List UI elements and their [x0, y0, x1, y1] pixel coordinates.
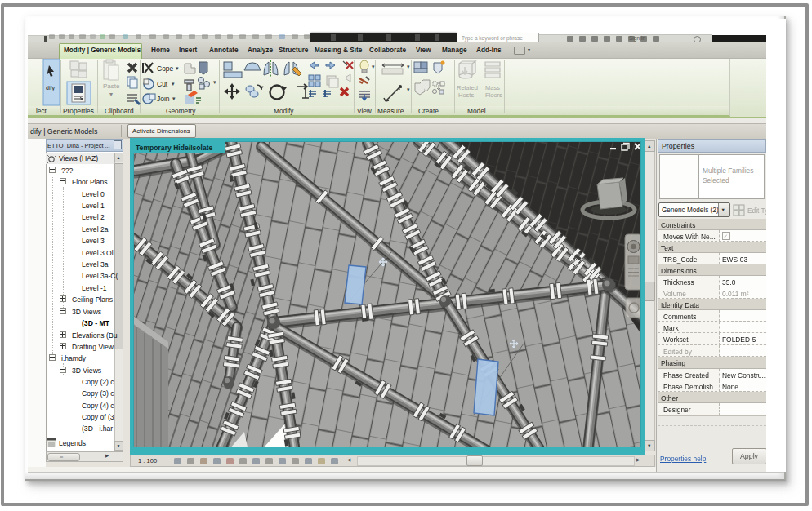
svg-text:Related: Related — [457, 84, 478, 91]
svg-text:▾: ▾ — [176, 65, 179, 71]
svg-text:▾: ▾ — [407, 87, 410, 92]
svg-text:Paste: Paste — [103, 82, 120, 90]
svg-text:Join: Join — [157, 95, 170, 103]
svg-text:Mass: Mass — [485, 84, 500, 91]
svg-text:▾: ▾ — [172, 96, 176, 101]
svg-text:Hosts: Hosts — [458, 91, 474, 99]
svg-text:Cut: Cut — [157, 80, 168, 88]
svg-text:▾: ▾ — [109, 91, 113, 98]
svg-text:Temporary Hide/Isolate: Temporary Hide/Isolate — [136, 144, 213, 152]
svg-text:▾: ▾ — [172, 81, 175, 87]
svg-text:Floors: Floors — [485, 91, 502, 99]
svg-text:dify: dify — [46, 85, 55, 91]
svg-text:▾: ▾ — [372, 64, 375, 69]
svg-text:Cope: Cope — [157, 64, 174, 73]
svg-text:▾: ▾ — [213, 79, 216, 85]
svg-text:▾: ▾ — [407, 64, 410, 69]
